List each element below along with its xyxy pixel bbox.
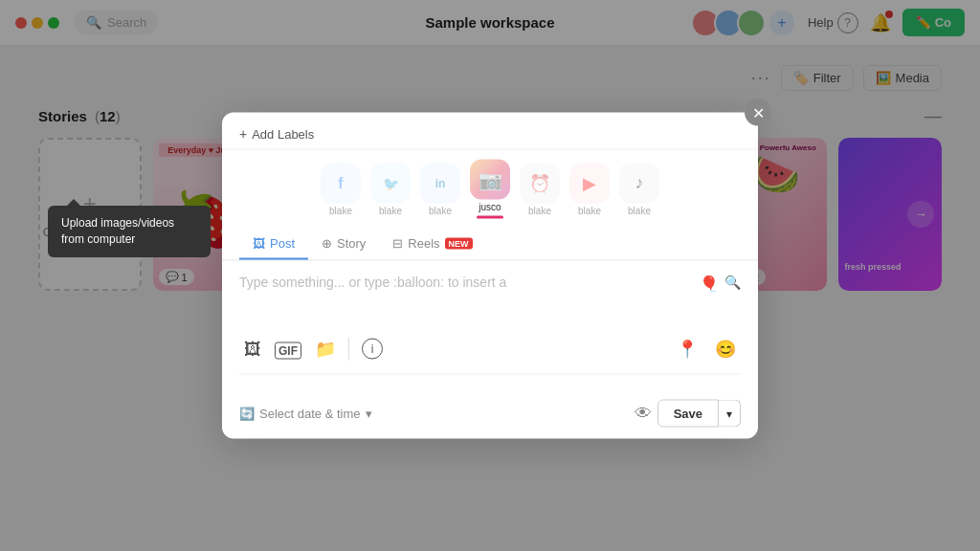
modal-body: Type something... or type :balloon: to i… [222,261,758,388]
twitter-account-label: blake [379,205,402,215]
add-labels-button[interactable]: + Add Labels [239,126,314,142]
youtube-icon: ▶ [569,163,610,203]
media-divider [348,338,349,361]
image-upload-icon: 🖼 [244,339,261,358]
mention-button[interactable]: i [357,334,388,364]
tab-reels[interactable]: ⊟ Reels NEW [379,229,485,260]
social-linkedin-button[interactable]: in blake [420,163,460,215]
modal-footer: 🔄 Select date & time ▾ 👁 Save ▾ [222,388,758,439]
gif-icon: GIF [275,342,301,359]
upload-tooltip: Upload images/videos from computer [48,206,211,257]
compose-area[interactable]: Type something... or type :balloon: to i… [239,275,741,322]
select-date-label: Select date & time [259,407,361,421]
new-badge: NEW [445,237,473,249]
location-button[interactable]: 📍 [672,334,702,364]
preview-button[interactable]: 👁 [635,404,652,424]
clock-small-icon: 🔄 [239,407,255,421]
add-labels-label: Add Labels [252,126,314,141]
tab-reels-label: Reels [408,236,439,251]
balloon-emoji: 🎈 [700,275,719,293]
modal-tabs: 🖼 Post ⊕ Story ⊟ Reels NEW [222,219,758,261]
social-twitter-button[interactable]: 🐦 blake [370,163,411,215]
linkedin-account-label: blake [429,205,452,215]
compose-placeholder: Type something... or type :balloon: to i… [239,275,694,290]
social-facebook-button[interactable]: f blake [321,163,361,215]
media-actions-row: 🖼 GIF 📁 i 📍 😊 [239,334,741,375]
footer-right: 👁 Save ▾ [635,400,741,428]
tab-story-label: Story [337,236,366,251]
linkedin-icon: in [420,163,460,203]
facebook-icon: f [321,163,361,203]
social-tiktok-button[interactable]: ♪ blake [619,163,659,215]
modal-close-button[interactable]: ✕ [745,99,771,126]
youtube-account-label: blake [578,205,601,215]
chevron-down-icon: ▾ [366,407,372,421]
social-youtube-button[interactable]: ▶ blake [569,163,610,215]
clock-icon: ⏰ [520,163,560,203]
instagram-account-label: jusco [479,202,501,212]
mention-icon: i [362,339,383,360]
social-icons-row: f blake 🐦 blake in blake 📷 jusco ⏰ blake… [222,150,758,219]
save-button[interactable]: Save [657,400,719,428]
instagram-active-indicator [477,216,503,219]
social-clock-button[interactable]: ⏰ blake [520,163,560,215]
social-instagram-button[interactable]: 📷 jusco [470,160,510,219]
plus-icon: + [239,126,247,142]
preview-eye-icon: 👁 [635,404,652,423]
story-plus-icon: ⊕ [322,236,332,251]
folder-button[interactable]: 📁 [310,334,341,364]
post-icon: 🖼 [253,236,265,251]
tab-post[interactable]: 🖼 Post [239,229,308,260]
compose-modal: ✕ + Add Labels f blake 🐦 blake in blake … [222,113,758,439]
tiktok-icon: ♪ [619,163,659,203]
tab-story[interactable]: ⊕ Story [308,229,379,260]
upload-image-button[interactable]: 🖼 [239,334,266,364]
tiktok-account-label: blake [628,205,651,215]
save-dropdown-button[interactable]: ▾ [719,400,741,428]
reels-icon: ⊟ [392,236,403,251]
save-button-group: Save ▾ [657,400,741,428]
facebook-account-label: blake [329,205,352,215]
twitter-icon: 🐦 [370,163,411,203]
clock-account-label: blake [528,205,551,215]
search-emoji-icon: 🔍 [724,275,741,290]
tab-post-label: Post [270,236,295,251]
modal-labels-row: + Add Labels [222,113,758,150]
location-icon: 📍 [677,340,698,359]
gif-button[interactable]: GIF [270,334,306,364]
instagram-icon: 📷 [470,160,510,200]
folder-icon: 📁 [315,340,336,359]
select-date-button[interactable]: 🔄 Select date & time ▾ [239,407,372,421]
media-actions-right: 📍 😊 [672,334,741,364]
tooltip-text: Upload images/videos from computer [61,216,174,246]
emoji-button[interactable]: 😊 [710,334,741,364]
emoji-picker-icon: 😊 [715,340,736,359]
